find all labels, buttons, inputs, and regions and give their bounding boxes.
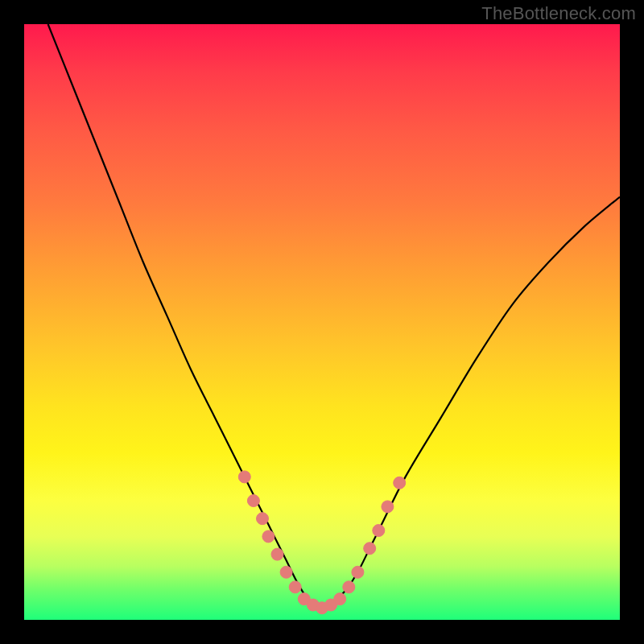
- valley-dot: [373, 525, 385, 537]
- valley-dot: [352, 566, 364, 578]
- bottleneck-curve: [48, 24, 620, 608]
- valley-dot: [364, 543, 376, 555]
- valley-dot: [280, 566, 292, 578]
- valley-dot: [262, 530, 275, 543]
- valley-dot: [247, 495, 259, 507]
- watermark-text: TheBottleneck.com: [481, 3, 636, 24]
- valley-dot: [289, 581, 301, 593]
- valley-dot: [343, 581, 355, 593]
- valley-dot: [257, 513, 269, 525]
- valley-dots-group: [238, 471, 405, 614]
- valley-dot: [271, 548, 283, 560]
- valley-dot: [394, 477, 406, 489]
- valley-dot: [334, 593, 346, 605]
- chart-svg: [24, 24, 620, 620]
- valley-dot: [238, 471, 250, 483]
- chart-frame: TheBottleneck.com: [0, 0, 644, 644]
- valley-dot: [382, 501, 394, 513]
- plot-area: [24, 24, 620, 620]
